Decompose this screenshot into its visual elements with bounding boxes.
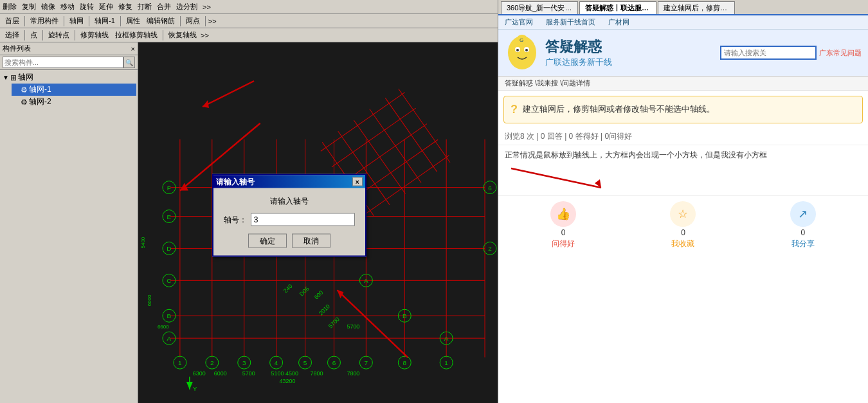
toolbar-more-third[interactable]: >> (201, 31, 209, 39)
red-arrow-answer (505, 165, 868, 193)
page-header: G 答疑解惑 广联达服务新干线 广东常见问题 (498, 30, 868, 76)
svg-text:4: 4 (275, 359, 278, 366)
search-input[interactable] (3, 57, 123, 68)
tree-gear-icon-2: ⚙ (21, 98, 28, 107)
mascot-container: G (505, 33, 540, 72)
tree-expand-icon: ▼ (3, 74, 10, 81)
toolbar-top: 删除 复制 镜像 移动 旋转 延伸 修复 打断 合并 边分割 >> (0, 0, 498, 14)
separator-t4 (163, 30, 163, 40)
tree-item-axis-network[interactable]: ▼ ⊞ 轴网 (1, 71, 136, 84)
axis-number-dialog: 请输入轴号 × 请输入轴号 轴号： 确定 取消 (212, 174, 366, 257)
two-point-btn[interactable]: 两点 (183, 15, 203, 26)
link-service[interactable]: 服务新干线首页 (546, 17, 595, 27)
svg-text:E: E (167, 213, 172, 220)
axis-network-selector[interactable]: 轴网 (67, 15, 86, 26)
svg-text:F: F (167, 184, 171, 192)
tool-point[interactable]: 点 (28, 30, 40, 40)
tool-delete[interactable]: 删除 (3, 2, 17, 12)
dialog-confirm-button[interactable]: 确定 (248, 234, 287, 248)
common-problems-link[interactable]: 广东常见问题 (819, 48, 862, 58)
cad-canvas[interactable]: A B C D E F 2 6 (138, 42, 498, 403)
answer-content: 正常情况是鼠标放到轴线上，大方框内会出现一个小方块，但是我没有小方框 (505, 150, 767, 159)
svg-point-96 (516, 49, 519, 51)
sidebar-tree: ▼ ⊞ 轴网 ⚙ 轴网-1 ⚙ 轴网-2 (0, 70, 138, 403)
tree-folder-icon: ⊞ (10, 73, 17, 82)
edit-rebar-btn[interactable]: 编辑钢筋 (144, 15, 177, 26)
tool-rotate[interactable]: 旋转 (80, 2, 94, 12)
tree-gear-icon-1: ⚙ (21, 85, 28, 94)
browser-tab-2[interactable]: 答疑解惑丨联达服务新... (579, 1, 656, 14)
separator-4 (120, 16, 121, 26)
link-material[interactable]: 广材网 (608, 17, 629, 27)
tool-copy[interactable]: 复制 (22, 2, 36, 12)
tool-split[interactable]: 边分割 (176, 2, 197, 12)
toolbar-more-top[interactable]: >> (203, 3, 211, 11)
favorite-label: 我收藏 (671, 238, 694, 249)
component-selector[interactable]: 常用构件 (28, 15, 61, 26)
dialog-field: 轴号： (224, 213, 355, 226)
dialog-close-button[interactable]: × (352, 177, 363, 186)
svg-text:1: 1 (444, 359, 448, 366)
sidebar-search-bar: 🔍 (0, 55, 138, 70)
svg-text:2: 2 (210, 359, 214, 366)
axis-network-1[interactable]: 轴网-1 (92, 15, 118, 26)
svg-text:A: A (364, 277, 368, 284)
separator-t1 (24, 30, 25, 40)
separator-5 (180, 16, 181, 26)
dialog-prompt: 请输入轴号 (224, 196, 355, 207)
search-button[interactable]: 🔍 (123, 57, 135, 68)
tool-repair[interactable]: 修复 (118, 2, 132, 12)
cad-left-panel: 删除 复制 镜像 移动 旋转 延伸 修复 打断 合并 边分割 >> 首层 常用构… (0, 0, 498, 403)
tool-merge[interactable]: 合并 (157, 2, 171, 12)
svg-text:6000: 6000 (147, 294, 152, 306)
tool-trim-axis[interactable]: 修剪轴线 (78, 30, 111, 40)
component-sidebar: 构件列表 × 🔍 ▼ ⊞ 轴网 ⚙ (0, 42, 138, 403)
floor-selector[interactable]: 首层 (3, 15, 22, 26)
dialog-content: 请输入轴号 轴号： 确定 取消 (213, 188, 365, 256)
dialog-field-label: 轴号： (224, 214, 247, 225)
stats-text: 浏览8 次 | 0 回答 | 0 答得好 | 0问得好 (505, 132, 632, 141)
tool-rotate-point[interactable]: 旋转点 (46, 30, 72, 40)
share-label: 我分享 (791, 238, 815, 249)
property-btn[interactable]: 属性 (123, 15, 143, 26)
link-official[interactable]: 广达官网 (505, 17, 533, 27)
svg-text:5700: 5700 (347, 323, 359, 330)
svg-marker-87 (186, 382, 193, 390)
tool-extend[interactable]: 延伸 (99, 2, 113, 12)
sidebar-close-icon[interactable]: × (131, 45, 135, 53)
page-actions: 👍 0 问得好 ☆ 0 我收藏 ↗ 0 我分享 (498, 195, 868, 255)
tool-move[interactable]: 移动 (60, 2, 75, 12)
toolbar-more-second[interactable]: >> (208, 17, 217, 25)
toolbar-second: 首层 常用构件 轴网 轴网-1 属性 编辑钢筋 两点 >> (0, 14, 498, 28)
separator-2 (64, 16, 64, 26)
browser-panel: 360导航_新一代安全上... 答疑解惑丨联达服务新... 建立轴网后，修剪轴网… (498, 0, 868, 403)
tree-item-axis-2[interactable]: ⚙ 轴网-2 (12, 96, 136, 108)
browser-tabs: 360导航_新一代安全上... 答疑解惑丨联达服务新... 建立轴网后，修剪轴网… (498, 0, 868, 15)
favorite-action[interactable]: ☆ 0 我收藏 (670, 201, 696, 249)
browser-tab-3[interactable]: 建立轴网后，修剪轴网或... (658, 1, 735, 14)
svg-text:G: G (520, 37, 523, 43)
separator-t2 (42, 30, 43, 40)
like-icon-circle: 👍 (550, 201, 576, 227)
mascot-svg: G (505, 33, 540, 72)
tree-item-axis-1[interactable]: ⚙ 轴网-1 (12, 84, 136, 96)
dialog-titlebar: 请输入轴号 × (213, 175, 365, 188)
axis-number-input[interactable] (251, 213, 355, 226)
tool-break[interactable]: 打断 (138, 2, 152, 12)
tool-mirror[interactable]: 镜像 (41, 2, 55, 12)
svg-text:C: C (167, 277, 171, 284)
question-text: 建立轴网后，修剪轴网或者修改轴号不能选中轴线。 (523, 103, 715, 116)
page-search-input[interactable] (720, 46, 817, 60)
browser-tab-1[interactable]: 360导航_新一代安全上... (501, 1, 578, 14)
tool-select[interactable]: 选择 (3, 30, 22, 40)
tool-restore-axis[interactable]: 恢复轴线 (166, 30, 199, 40)
svg-line-100 (511, 168, 601, 188)
share-action[interactable]: ↗ 0 我分享 (790, 201, 816, 249)
like-action[interactable]: 👍 0 问得好 (550, 201, 576, 249)
like-icon: 👍 (556, 207, 570, 221)
svg-text:6: 6 (488, 184, 492, 192)
tool-frame-trim[interactable]: 拉框修剪轴线 (113, 30, 160, 40)
tree-label-axis-1: 轴网-1 (29, 84, 51, 95)
sidebar-title-text: 构件列表 (3, 44, 31, 53)
dialog-cancel-button[interactable]: 取消 (292, 234, 330, 248)
